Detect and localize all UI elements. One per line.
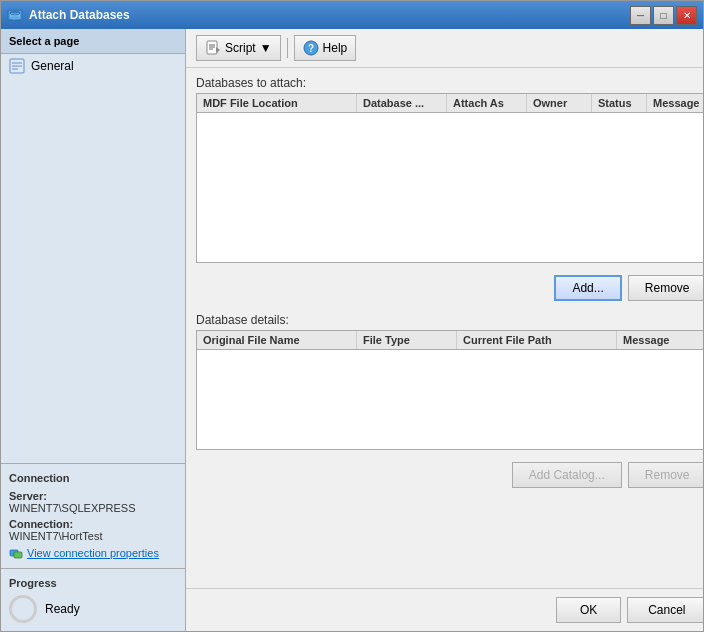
- toolbar: Script ▼ ? Help: [186, 29, 703, 68]
- details-section-label: Database details:: [196, 313, 703, 327]
- details-grid: Original File Name File Type Current Fil…: [196, 330, 703, 450]
- close-button[interactable]: ✕: [676, 6, 697, 25]
- details-grid-header: Original File Name File Type Current Fil…: [197, 331, 703, 350]
- sidebar-item-general[interactable]: General: [1, 54, 185, 78]
- main-content: Script ▼ ? Help Databases to attach:: [186, 29, 703, 631]
- help-button[interactable]: ? Help: [294, 35, 357, 61]
- details-button-row: Add Catalog... Remove: [196, 458, 703, 492]
- footer: OK Cancel: [186, 588, 703, 631]
- col-status: Status: [592, 94, 647, 112]
- help-label: Help: [323, 41, 348, 55]
- progress-content: Ready: [9, 595, 177, 623]
- script-icon: [205, 40, 221, 56]
- progress-status: Ready: [45, 602, 80, 616]
- view-connection-link-text: View connection properties: [27, 547, 159, 559]
- svg-rect-9: [14, 552, 22, 558]
- col-owner: Owner: [527, 94, 592, 112]
- col-file-type: File Type: [357, 331, 457, 349]
- progress-spinner: [9, 595, 37, 623]
- connection-label: Connection:: [9, 518, 177, 530]
- attach-databases-window: Attach Databases ─ □ ✕ Select a page Gen…: [0, 0, 704, 632]
- details-remove-button[interactable]: Remove: [628, 462, 703, 488]
- databases-grid-body[interactable]: [197, 113, 703, 258]
- col-database-name: Database ...: [357, 94, 447, 112]
- window-body: Select a page General Connection Server: [1, 29, 703, 631]
- col-details-message: Message: [617, 331, 703, 349]
- col-message: Message: [647, 94, 703, 112]
- add-button[interactable]: Add...: [554, 275, 621, 301]
- sidebar: Select a page General Connection Server: [1, 29, 186, 631]
- maximize-button[interactable]: □: [653, 6, 674, 25]
- toolbar-divider: [287, 38, 288, 58]
- col-mdf-location: MDF File Location: [197, 94, 357, 112]
- details-section: Database details: Original File Name Fil…: [196, 313, 703, 450]
- svg-marker-14: [216, 47, 220, 53]
- progress-section: Progress Ready: [1, 568, 185, 631]
- window-controls: ─ □ ✕: [630, 6, 697, 25]
- svg-text:?: ?: [308, 43, 314, 54]
- help-icon: ?: [303, 40, 319, 56]
- databases-section-label: Databases to attach:: [196, 76, 703, 90]
- progress-title: Progress: [9, 577, 177, 589]
- col-original-file-name: Original File Name: [197, 331, 357, 349]
- databases-button-row: Add... Remove: [196, 271, 703, 305]
- view-connection-properties-link[interactable]: View connection properties: [9, 546, 177, 560]
- details-grid-body[interactable]: [197, 350, 703, 445]
- databases-section: Databases to attach: MDF File Location D…: [196, 76, 703, 263]
- connection-title: Connection: [9, 472, 177, 484]
- ok-button[interactable]: OK: [556, 597, 621, 623]
- window-title: Attach Databases: [29, 8, 630, 22]
- databases-grid-header: MDF File Location Database ... Attach As…: [197, 94, 703, 113]
- script-button[interactable]: Script ▼: [196, 35, 281, 61]
- cancel-button[interactable]: Cancel: [627, 597, 703, 623]
- connection-value: WINENT7\HortTest: [9, 530, 177, 542]
- server-value: WINENT7\SQLEXPRESS: [9, 502, 177, 514]
- connection-section: Connection Server: WINENT7\SQLEXPRESS Co…: [1, 463, 185, 568]
- minimize-button[interactable]: ─: [630, 6, 651, 25]
- sidebar-general-label: General: [31, 59, 74, 73]
- server-label: Server:: [9, 490, 177, 502]
- col-current-file-path: Current File Path: [457, 331, 617, 349]
- script-dropdown-arrow: ▼: [260, 41, 272, 55]
- general-icon: [9, 58, 25, 74]
- add-catalog-button[interactable]: Add Catalog...: [512, 462, 622, 488]
- databases-grid: MDF File Location Database ... Attach As…: [196, 93, 703, 263]
- content-area: Databases to attach: MDF File Location D…: [186, 68, 703, 588]
- title-bar: Attach Databases ─ □ ✕: [1, 1, 703, 29]
- databases-remove-button[interactable]: Remove: [628, 275, 703, 301]
- sidebar-header: Select a page: [1, 29, 185, 54]
- script-label: Script: [225, 41, 256, 55]
- connection-link-icon: [9, 546, 23, 560]
- col-attach-as: Attach As: [447, 94, 527, 112]
- window-icon: [7, 7, 23, 23]
